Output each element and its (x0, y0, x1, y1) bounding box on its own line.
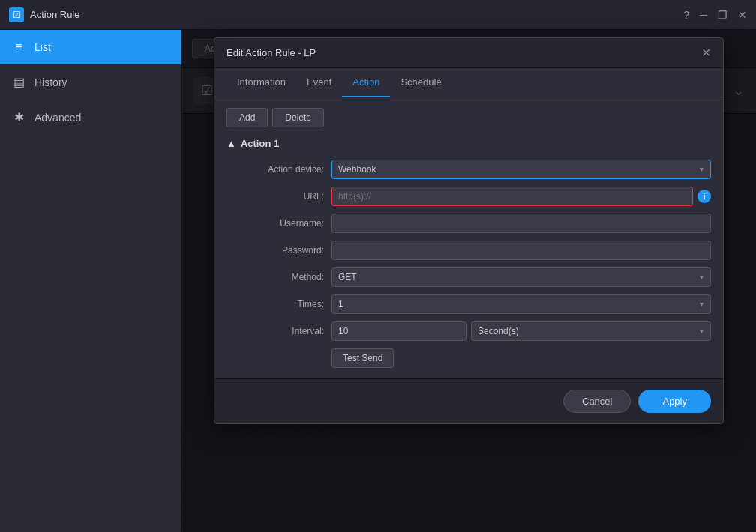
interval-row: Interval: Second(s) Minute(s) Hour(s) (226, 321, 711, 341)
dialog-overlay: Edit Action Rule - LP ✕ Information Even… (182, 30, 756, 532)
action-section-header: ▲ Action 1 (226, 138, 711, 149)
interval-unit-select[interactable]: Second(s) Minute(s) Hour(s) (471, 321, 711, 341)
main-layout: ≡ List ▤ History ✱ Advanced Add Delete E… (0, 30, 756, 532)
action-device-row: Action device: Webhook (226, 160, 711, 179)
url-row: URL: i (226, 187, 711, 206)
method-select[interactable]: GET POST PUT (332, 267, 711, 287)
action-device-control: Webhook (332, 160, 711, 179)
close-icon[interactable]: ✕ (738, 9, 747, 21)
apply-button[interactable]: Apply (638, 390, 711, 413)
dialog-toolbar: Add Delete (226, 108, 711, 127)
url-info-icon[interactable]: i (698, 190, 711, 203)
password-input[interactable] (332, 241, 711, 260)
collapse-icon[interactable]: ▲ (226, 138, 236, 149)
sidebar-label-advanced: Advanced (34, 112, 81, 124)
url-label: URL: (226, 191, 324, 202)
method-select-wrapper: GET POST PUT (332, 267, 711, 287)
tab-action[interactable]: Action (342, 68, 390, 97)
sidebar-item-advanced[interactable]: ✱ Advanced (0, 100, 181, 135)
action-device-select[interactable]: Webhook (332, 160, 711, 179)
advanced-icon: ✱ (12, 110, 26, 124)
app-icon: ☑ (9, 7, 24, 22)
times-select[interactable]: 1 2 3 5 10 (332, 294, 711, 314)
interval-value-input[interactable] (332, 321, 466, 341)
titlebar: ☑ Action Rule ? ─ ❐ ✕ (0, 0, 756, 30)
dialog-header: Edit Action Rule - LP ✕ (214, 38, 723, 68)
window-controls: ? ─ ❐ ✕ (683, 9, 747, 21)
cancel-button[interactable]: Cancel (563, 390, 631, 413)
dialog-body: Add Delete ▲ Action 1 Action device: (214, 97, 723, 378)
sidebar: ≡ List ▤ History ✱ Advanced (0, 30, 182, 532)
sidebar-item-history[interactable]: ▤ History (0, 64, 181, 100)
username-input[interactable] (332, 214, 711, 233)
username-row: Username: (226, 214, 711, 233)
url-input[interactable] (332, 187, 693, 206)
method-label: Method: (226, 272, 324, 282)
sidebar-label-history: History (34, 76, 68, 88)
times-control: 1 2 3 5 10 (332, 294, 711, 314)
password-control (332, 241, 711, 260)
password-row: Password: (226, 241, 711, 260)
tab-event[interactable]: Event (296, 68, 342, 97)
action-add-button[interactable]: Add (226, 108, 268, 127)
interval-inputs: Second(s) Minute(s) Hour(s) (332, 321, 711, 341)
sidebar-item-list[interactable]: ≡ List (0, 30, 181, 64)
restore-icon[interactable]: ❐ (718, 9, 728, 21)
sidebar-label-list: List (34, 41, 51, 53)
content-area: Add Delete Edit Enable ▾ ☑ LP Triggered … (182, 30, 756, 532)
action-device-select-wrapper: Webhook (332, 160, 711, 179)
dialog-close-button[interactable]: ✕ (701, 46, 711, 60)
minimize-icon[interactable]: ─ (700, 9, 707, 21)
tab-schedule[interactable]: Schedule (390, 68, 452, 97)
dialog-title: Edit Action Rule - LP (226, 47, 316, 58)
test-send-wrapper: Test Send (332, 348, 711, 368)
help-icon[interactable]: ? (683, 9, 689, 21)
times-label: Times: (226, 299, 324, 309)
history-icon: ▤ (12, 75, 26, 89)
interval-unit-select-wrapper: Second(s) Minute(s) Hour(s) (471, 321, 711, 341)
action-delete-button[interactable]: Delete (272, 108, 324, 127)
test-send-button[interactable]: Test Send (332, 348, 394, 368)
username-label: Username: (226, 218, 324, 229)
url-control: i (332, 187, 711, 206)
password-label: Password: (226, 245, 324, 256)
interval-control: Second(s) Minute(s) Hour(s) (332, 321, 711, 341)
dialog-footer: Cancel Apply (214, 378, 723, 423)
times-row: Times: 1 2 3 5 10 (226, 294, 711, 314)
method-control: GET POST PUT (332, 267, 711, 287)
dialog-tabs: Information Event Action Schedule (214, 68, 723, 97)
username-control (332, 214, 711, 233)
tab-information[interactable]: Information (226, 68, 296, 97)
list-icon: ≡ (12, 40, 26, 54)
action-section-title: Action 1 (241, 138, 279, 149)
times-select-wrapper: 1 2 3 5 10 (332, 294, 711, 314)
interval-label: Interval: (226, 326, 324, 336)
method-row: Method: GET POST PUT (226, 267, 711, 287)
window-title: Action Rule (30, 9, 677, 20)
action-device-label: Action device: (226, 164, 324, 175)
edit-dialog: Edit Action Rule - LP ✕ Information Even… (214, 37, 724, 424)
